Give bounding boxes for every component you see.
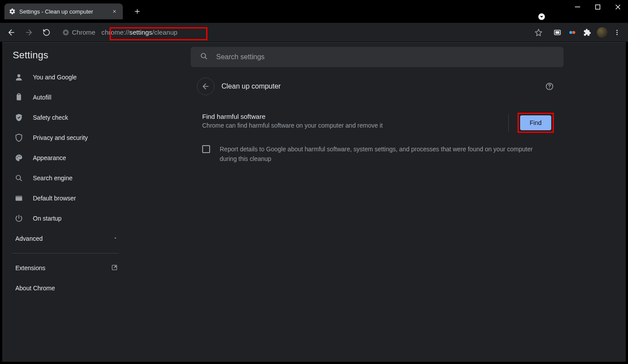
sidebar-item-label: Search engine (33, 175, 72, 182)
chevron-down-icon (113, 235, 118, 242)
sidebar-item-search-engine[interactable]: Search engine (2, 168, 128, 188)
search-placeholder: Search settings (216, 53, 264, 61)
browser-tab[interactable]: Settings - Clean up computer (4, 4, 123, 19)
close-tab-button[interactable] (111, 7, 118, 15)
power-icon (14, 214, 23, 223)
sidebar-item-about-chrome[interactable]: About Chrome (2, 278, 128, 298)
svg-point-20 (16, 175, 21, 180)
sidebar-item-label: On startup (33, 215, 61, 222)
find-harmful-subtext: Chrome can find harmful software on your… (202, 122, 383, 129)
svg-point-13 (18, 74, 21, 77)
extensions-puzzle-icon[interactable] (580, 25, 595, 40)
sidebar-item-you-and-google[interactable]: You and Google (2, 67, 128, 87)
sidebar-item-label: You and Google (33, 74, 77, 81)
svg-point-24 (201, 54, 206, 58)
sidebar-item-label: Autofill (33, 94, 51, 101)
page-title: Clean up computer (221, 82, 535, 90)
svg-point-18 (18, 156, 19, 157)
nav-reload-button[interactable] (39, 25, 54, 40)
sidebar-item-privacy-security[interactable]: Privacy and security (2, 128, 128, 148)
sidebar-item-on-startup[interactable]: On startup (2, 208, 128, 228)
sidebar-item-appearance[interactable]: Appearance (2, 148, 128, 168)
bookmark-star-button[interactable] (531, 25, 546, 40)
svg-rect-9 (572, 32, 573, 33)
chrome-origin-chip: Chrome (62, 29, 101, 36)
find-harmful-heading: Find harmful software (202, 113, 383, 120)
sidebar-item-extensions[interactable]: Extensions (2, 258, 128, 278)
sidebar-item-label: Extensions (15, 264, 45, 271)
svg-point-19 (19, 156, 20, 157)
extension-glasses-icon[interactable] (565, 25, 580, 40)
sidebar-advanced-label: Advanced (15, 235, 43, 242)
address-bar[interactable]: Chrome chrome://settings/cleanup (58, 25, 546, 39)
find-button-highlight-annotation: Find (517, 113, 554, 133)
palette-icon (14, 153, 23, 162)
search-icon (200, 52, 208, 62)
shield-check-icon (14, 113, 23, 122)
browser-window-icon (14, 194, 23, 203)
person-icon (14, 73, 23, 82)
svg-rect-2 (596, 5, 600, 9)
sidebar-item-autofill[interactable]: Autofill (2, 87, 128, 107)
svg-rect-22 (16, 196, 22, 197)
svg-point-12 (617, 34, 618, 35)
sidebar-item-default-browser[interactable]: Default browser (2, 188, 128, 208)
sidebar-item-label: Default browser (33, 195, 76, 202)
svg-point-26 (549, 88, 550, 89)
chrome-chip-label: Chrome (72, 29, 95, 36)
chrome-menu-button[interactable] (610, 25, 624, 40)
search-icon (14, 174, 23, 182)
svg-point-11 (617, 32, 618, 33)
find-button[interactable]: Find (520, 115, 551, 130)
sidebar-advanced-toggle[interactable]: Advanced (2, 228, 128, 249)
report-description: Report details to Google about harmful s… (220, 144, 540, 164)
open-external-icon (111, 264, 118, 272)
profile-avatar[interactable] (595, 25, 610, 40)
help-button[interactable] (542, 79, 557, 94)
window-minimize-button[interactable] (567, 0, 588, 14)
nav-back-button[interactable] (4, 25, 19, 40)
chrome-icon (62, 29, 69, 36)
sidebar-separator (12, 253, 119, 253)
gear-icon (9, 8, 16, 15)
svg-point-7 (569, 31, 572, 34)
svg-rect-1 (575, 7, 580, 7)
nav-forward-button[interactable] (21, 25, 37, 40)
cast-icon[interactable] (550, 25, 565, 40)
sidebar-item-label: Appearance (33, 154, 66, 161)
svg-point-8 (572, 31, 575, 34)
tab-title: Settings - Clean up computer (19, 8, 107, 15)
svg-point-17 (17, 157, 18, 158)
report-checkbox[interactable] (202, 145, 210, 153)
window-maximize-button[interactable] (588, 0, 608, 14)
svg-point-10 (617, 30, 618, 31)
page-back-button[interactable] (197, 78, 214, 95)
settings-title: Settings (2, 50, 128, 67)
divider (508, 114, 509, 132)
sidebar-item-safety-check[interactable]: Safety check (2, 107, 128, 128)
new-tab-button[interactable] (131, 5, 144, 18)
sidebar-item-label: About Chrome (15, 285, 55, 292)
window-close-button[interactable] (608, 0, 628, 14)
sidebar-item-label: Privacy and security (33, 134, 88, 141)
shield-icon (14, 133, 23, 142)
svg-point-4 (64, 31, 67, 33)
address-url: chrome://settings/cleanup (101, 29, 531, 36)
sidebar-item-label: Safety check (33, 114, 68, 121)
settings-search-input[interactable]: Search settings (191, 47, 564, 67)
clipboard-icon (14, 93, 23, 102)
svg-rect-6 (556, 31, 560, 34)
toolbar-badge-icon[interactable] (536, 11, 547, 22)
